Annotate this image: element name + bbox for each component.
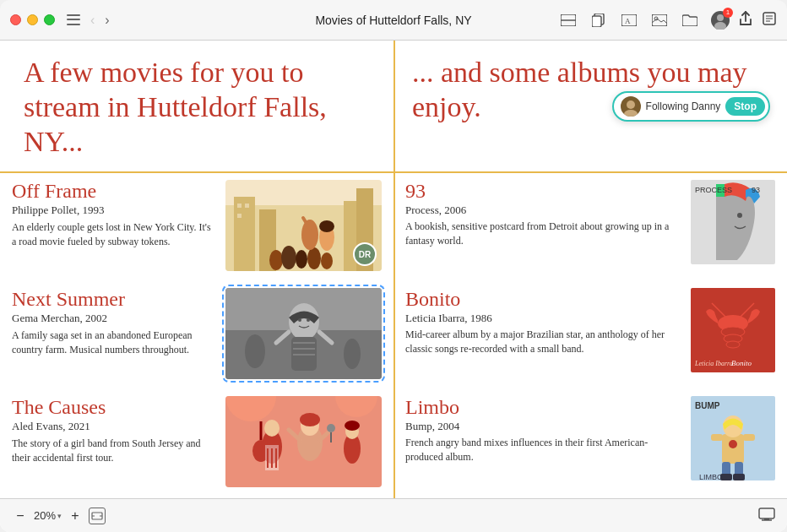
left-header: A few movies for you to stream in Huttel… (24, 56, 378, 159)
movie-item-the-causes: The Causes Aled Evans, 2021 The story of… (0, 388, 394, 496)
svg-text:BUMP: BUMP (695, 401, 720, 410)
folder-icon[interactable] (681, 11, 699, 30)
svg-point-69 (345, 421, 360, 431)
share-button[interactable] (738, 11, 753, 29)
movie-item-next-summer: Next Summer Gema Merchan, 2002 A family … (0, 280, 394, 388)
zoom-out-button[interactable]: − (12, 508, 29, 524)
movie-text-next-summer: Next Summer Gema Merchan, 2002 A family … (12, 288, 217, 357)
movie-title-off-frame: Off Frame (12, 180, 217, 202)
movie-image-off-frame[interactable]: DR (225, 180, 382, 271)
svg-point-30 (301, 220, 318, 250)
svg-point-45 (344, 339, 361, 369)
album-item-limbo: Limbo Bump, 2004 French angry band mixes… (394, 388, 787, 496)
album-text-93: 93 Process, 2006 A bookish, sensitive po… (405, 180, 682, 248)
album-cover-93[interactable]: PROCESS 93 (691, 180, 775, 264)
svg-point-44 (245, 334, 265, 368)
album-subtitle-limbo: Bump, 2004 (405, 420, 682, 433)
albums-panel: 93 Process, 2006 A bookish, sensitive po… (394, 171, 787, 498)
album-title-bonito: Bonito (405, 288, 682, 310)
svg-rect-93 (733, 474, 745, 480)
minimize-button[interactable] (27, 14, 38, 25)
fit-to-screen-button[interactable] (89, 508, 106, 524)
movie-subtitle-the-causes: Aled Evans, 2021 (12, 420, 217, 434)
canvas-area: Following Danny Stop A few movies for yo… (0, 41, 787, 532)
svg-rect-18 (234, 197, 255, 271)
svg-point-73 (737, 213, 742, 218)
movie-item-off-frame: Off Frame Philippe Pollet, 1993 An elder… (0, 171, 394, 280)
svg-rect-23 (245, 204, 249, 208)
album-cover-bonito[interactable]: Leticia Ibarra Bonito (691, 288, 775, 372)
movie-text-the-causes: The Causes Aled Evans, 2021 The story of… (12, 396, 217, 465)
album-desc-93: A bookish, sensitive postcard from Detro… (405, 220, 682, 248)
fullscreen-button[interactable] (44, 14, 55, 25)
svg-point-14 (627, 100, 635, 109)
stop-button[interactable]: Stop (725, 97, 765, 116)
movie-title-the-causes: The Causes (12, 396, 217, 418)
svg-point-62 (300, 413, 320, 426)
page-title: Movies of Hutteldorf Falls, NY (315, 14, 471, 27)
close-button[interactable] (10, 14, 21, 25)
album-text-limbo: Limbo Bump, 2004 French angry band mixes… (405, 396, 682, 464)
svg-text:LIMBO: LIMBO (699, 473, 723, 480)
svg-rect-85 (722, 434, 744, 464)
album-text-bonito: Bonito Leticia Ibarra, 1986 Mid-career a… (405, 288, 682, 356)
nav-buttons: ‹ › (87, 11, 113, 30)
view-icon[interactable] (559, 11, 578, 30)
forward-button[interactable]: › (101, 11, 112, 30)
album-cover-limbo[interactable]: BUMP (691, 396, 775, 480)
svg-point-26 (281, 246, 296, 269)
collab-user-avatar-dr: DR (353, 242, 377, 266)
zoom-in-button[interactable]: + (67, 508, 84, 524)
avatar-count: 1 (723, 8, 733, 18)
traffic-lights (10, 14, 55, 25)
zoom-level: 20% ▾ (34, 509, 62, 522)
back-button[interactable]: ‹ (87, 11, 98, 30)
svg-rect-88 (711, 434, 723, 441)
sidebar-toggle-button[interactable] (65, 12, 82, 29)
album-title-limbo: Limbo (405, 396, 682, 418)
media-icon[interactable] (650, 11, 669, 30)
toolbar-icons: A (559, 11, 699, 30)
svg-rect-24 (237, 214, 242, 218)
copy-icon[interactable] (589, 11, 608, 30)
album-title-93: 93 (405, 180, 682, 202)
svg-point-25 (269, 250, 283, 270)
movie-subtitle-off-frame: Philippe Pollet, 1993 (12, 204, 217, 218)
edit-button[interactable] (762, 11, 777, 29)
movie-image-next-summer[interactable] (225, 288, 382, 379)
movies-panel: Off Frame Philippe Pollet, 1993 An elder… (0, 171, 394, 498)
movie-desc-next-summer: A family saga set in an abandoned Europe… (12, 328, 217, 357)
svg-text:Leticia Ibarra: Leticia Ibarra (694, 360, 733, 367)
svg-rect-3 (592, 16, 601, 27)
collab-label: Following Danny (646, 100, 721, 112)
present-button[interactable] (758, 508, 775, 524)
svg-point-86 (729, 440, 737, 448)
svg-point-9 (714, 22, 726, 30)
svg-text:93: 93 (752, 186, 760, 194)
text-format-icon[interactable]: A (620, 11, 638, 30)
movie-title-next-summer: Next Summer (12, 288, 217, 310)
album-subtitle-bonito: Leticia Ibarra, 1986 (405, 312, 682, 325)
movie-image-the-causes[interactable] (225, 396, 382, 487)
svg-point-47 (307, 318, 310, 322)
svg-point-27 (296, 250, 307, 269)
svg-rect-89 (743, 434, 755, 441)
svg-point-33 (319, 220, 334, 232)
svg-point-28 (307, 247, 321, 269)
album-desc-limbo: French angry band mixes influences in th… (405, 436, 682, 464)
svg-rect-40 (291, 337, 317, 371)
zoom-chevron-icon: ▾ (57, 512, 62, 520)
movie-text-off-frame: Off Frame Philippe Pollet, 1993 An elder… (12, 180, 217, 249)
bottom-bar: − 20% ▾ + (0, 498, 787, 532)
movie-desc-the-causes: The story of a girl band from South Jers… (12, 437, 217, 465)
avatar[interactable]: 1 (711, 11, 730, 30)
collab-bar: Following Danny Stop (612, 91, 770, 122)
present-button-area (758, 508, 775, 524)
svg-point-53 (264, 420, 280, 437)
svg-point-65 (327, 424, 335, 432)
svg-point-78 (726, 341, 740, 348)
svg-rect-22 (237, 204, 242, 208)
collab-avatar (621, 96, 641, 117)
svg-point-15 (624, 110, 638, 117)
movie-desc-off-frame: An elderly couple gets lost in New York … (12, 220, 217, 249)
